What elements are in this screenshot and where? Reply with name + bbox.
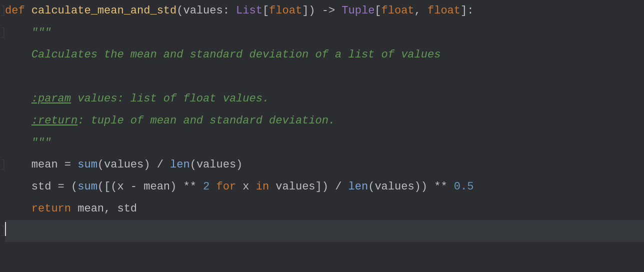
docstring-return-text: : tuple of mean and standard deviation.	[78, 114, 335, 127]
code-line[interactable]: """	[5, 22, 644, 44]
number-2: 2	[203, 180, 210, 193]
docstring-open: """	[32, 26, 52, 39]
code-line[interactable]: :return: tuple of mean and standard devi…	[5, 110, 644, 132]
code-line[interactable]: std = (sum([(x - mean) ** 2 for x in val…	[5, 176, 644, 198]
code-line[interactable]: def calculate_mean_and_std(values: List[…	[5, 0, 644, 22]
docstring-close: """	[32, 136, 52, 149]
type-Tuple: Tuple	[342, 4, 374, 17]
code-line[interactable]: Calculates the mean and standard deviati…	[5, 44, 644, 66]
docstring-param-tag: :param	[32, 92, 71, 105]
code-line[interactable]: return mean, std	[5, 198, 644, 220]
type-float: float	[269, 4, 302, 17]
docstring-param-text: values: list of float values.	[71, 92, 269, 105]
code-line[interactable]: mean = sum(values) / len(values)	[5, 154, 644, 176]
function-name: calculate_mean_and_std	[32, 4, 176, 17]
code-line[interactable]: :param values: list of float values.	[5, 88, 644, 110]
builtin-sum: sum	[78, 158, 98, 171]
code-line-current[interactable]	[5, 220, 644, 242]
var-mean: mean	[32, 158, 58, 171]
keyword-return: return	[32, 202, 71, 215]
var-std: std	[32, 180, 52, 193]
param-name: values	[183, 4, 222, 17]
builtin-len: len	[170, 158, 190, 171]
code-line[interactable]: """	[5, 132, 644, 154]
code-line[interactable]	[5, 66, 644, 88]
type-List: List	[236, 4, 262, 17]
keyword-in: in	[256, 180, 269, 193]
text-caret	[5, 222, 6, 236]
docstring-summary: Calculates the mean and standard deviati…	[32, 48, 441, 61]
keyword-def: def	[5, 4, 25, 17]
code-line[interactable]	[5, 242, 644, 264]
code-editor[interactable]: ] ] ] ] def calculate_mean_and_std(value…	[0, 0, 644, 264]
number-0.5: 0.5	[454, 180, 474, 193]
keyword-for: for	[216, 180, 236, 193]
docstring-return-tag: :return	[32, 114, 78, 127]
